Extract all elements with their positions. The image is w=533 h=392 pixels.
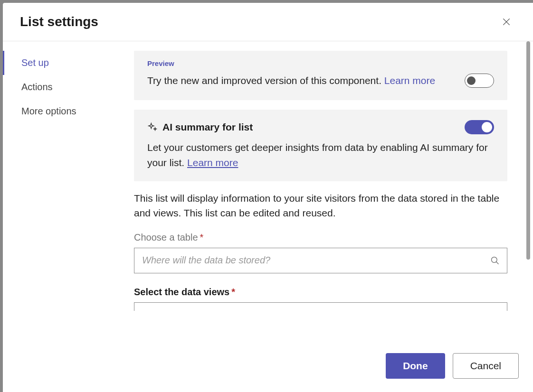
choose-table-input-wrap: [134, 248, 507, 273]
scroll-content: Preview Try the new and improved version…: [126, 41, 522, 392]
choose-table-input[interactable]: [134, 248, 507, 273]
ai-summary-toggle[interactable]: [465, 120, 494, 134]
done-button[interactable]: Done: [386, 353, 445, 379]
svg-line-3: [496, 261, 499, 264]
settings-sidebar: Set up Actions More options: [3, 41, 126, 392]
preview-card: Preview Try the new and improved version…: [134, 51, 507, 100]
preview-badge: Preview: [147, 59, 494, 67]
cancel-button[interactable]: Cancel: [453, 353, 519, 379]
dialog-header: List settings: [3, 3, 533, 41]
dialog-footer: Done Cancel: [126, 342, 524, 392]
list-description: This list will display information to yo…: [134, 191, 507, 221]
scrollbar-thumb[interactable]: [526, 41, 530, 260]
ai-summary-card: AI summary for list Let your customers g…: [134, 110, 507, 181]
preview-toggle[interactable]: [465, 74, 494, 88]
scrollbar-track[interactable]: [526, 41, 530, 392]
svg-point-2: [492, 257, 497, 262]
toggle-knob: [482, 122, 492, 132]
close-icon: [502, 17, 511, 27]
choose-table-label: Choose a table*: [134, 232, 507, 243]
dialog-title: List settings: [20, 14, 98, 29]
tab-more-options[interactable]: More options: [3, 99, 126, 123]
close-button[interactable]: [499, 14, 514, 29]
tab-set-up[interactable]: Set up: [3, 51, 126, 75]
sparkle-icon: [147, 122, 158, 132]
preview-text: Try the new and improved version of this…: [147, 73, 435, 89]
ai-learn-more-link[interactable]: Learn more: [187, 157, 238, 168]
required-asterisk: *: [200, 232, 204, 243]
required-asterisk: *: [231, 287, 235, 297]
ai-summary-text: Let your customers get deeper insights f…: [147, 140, 494, 171]
list-settings-dialog: List settings Set up Actions More option…: [3, 3, 533, 392]
tab-actions[interactable]: Actions: [3, 75, 126, 99]
select-views-input[interactable]: [134, 302, 507, 311]
content-area: Preview Try the new and improved version…: [126, 41, 533, 392]
preview-learn-more-link[interactable]: Learn more: [384, 75, 435, 86]
dialog-body: Set up Actions More options Preview Try …: [3, 41, 533, 392]
search-icon: [490, 256, 500, 265]
select-views-label: Select the data views*: [134, 287, 507, 298]
toggle-knob: [467, 76, 476, 85]
ai-summary-title: AI summary for list: [147, 121, 253, 133]
